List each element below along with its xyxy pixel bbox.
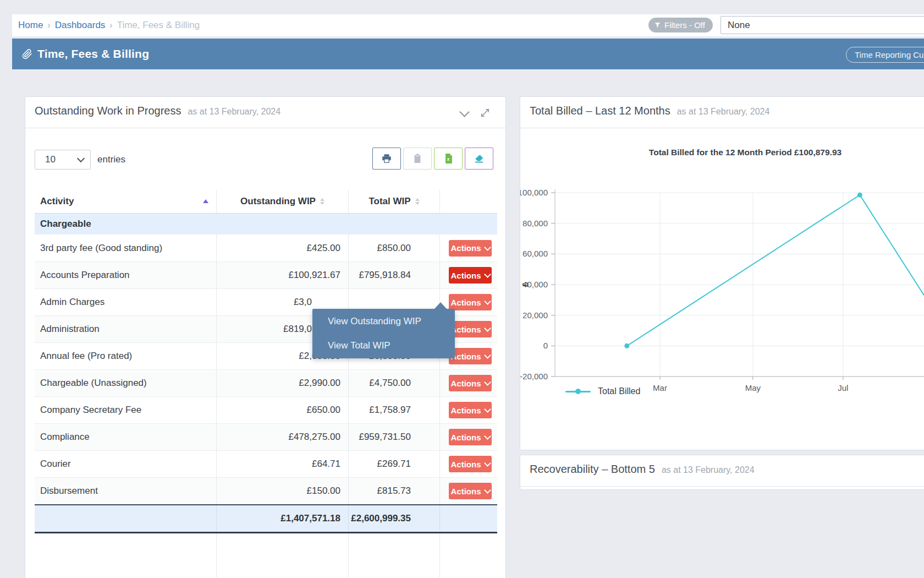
filter-funnel-icon (654, 21, 661, 29)
activity-cell: Administration (35, 316, 216, 342)
wip-table: Activity Outstanding WIP Total WIP Charg… (35, 189, 497, 577)
outstanding-wip-cell: £478,275.00 (216, 424, 348, 450)
chevron-down-icon (484, 325, 491, 332)
column-header-activity[interactable]: Activity (35, 189, 216, 213)
outstanding-wip-cell: £2,990.00 (216, 370, 348, 396)
chart-legend[interactable]: Total Billed (565, 386, 640, 396)
activity-cell: Compliance (35, 424, 216, 450)
actions-dropdown-menu: View Outstanding WIP View Total WIP (312, 309, 455, 358)
svg-text:May: May (745, 383, 761, 392)
activity-cell: Annual fee (Pro rated) (35, 343, 216, 369)
actions-button[interactable]: Actions (449, 375, 492, 391)
column-header-total-wip[interactable]: Total WIP (348, 189, 439, 213)
total-wip-cell: £795,918.84 (348, 262, 439, 288)
actions-button-label: Actions (450, 271, 481, 280)
chevron-down-icon (484, 487, 491, 494)
actions-button[interactable]: Actions (449, 429, 492, 445)
wip-panel-title: Outstanding Work in Progress (35, 105, 181, 117)
time-reporting-button[interactable]: Time Reporting Cu (846, 47, 924, 63)
actions-cell: Actions (439, 451, 497, 477)
actions-button[interactable]: Actions (449, 321, 492, 337)
sort-icon (320, 198, 324, 205)
billed-panel-title: Total Billed – Last 12 Months (530, 105, 670, 117)
dropdown-caret (434, 302, 447, 309)
filter-select-input[interactable] (721, 16, 924, 34)
page-title: Time, Fees & Billing (37, 47, 149, 61)
billed-panel-header: Total Billed – Last 12 Monthsas at 13 Fe… (520, 97, 924, 128)
page-header-bar: Time, Fees & Billing Time Reporting Cu (12, 39, 924, 69)
menu-item-view-outstanding-wip[interactable]: View Outstanding WIP (312, 309, 455, 334)
chevron-down-icon (484, 433, 491, 440)
breadcrumb: Home › Dashboards › Time, Fees & Billing (18, 14, 200, 36)
total-wip-cell: £850.00 (348, 235, 439, 261)
legend-dot (575, 389, 581, 394)
svg-text:-20,000: -20,000 (520, 372, 548, 381)
total-wip-cell: £1,758.97 (348, 397, 439, 423)
actions-cell: Actions (439, 235, 497, 261)
sort-ascending-icon (203, 199, 208, 203)
recoverability-panel: Recoverability – Bottom 5as at 13 Februa… (520, 455, 924, 490)
totals-total-wip: £2,600,999.35 (348, 505, 439, 532)
actions-button-label: Actions (450, 298, 481, 307)
actions-button[interactable]: Actions (449, 294, 492, 310)
svg-text:£: £ (520, 282, 530, 287)
breadcrumb-separator: › (47, 20, 50, 30)
column-header-outstanding-wip[interactable]: Outstanding WIP (216, 189, 348, 213)
breadcrumb-home[interactable]: Home (18, 20, 43, 31)
total-billed-line-chart: 100,00080,00060,00040,00020,0000-20,000M… (520, 152, 924, 400)
breadcrumb-separator: › (109, 20, 112, 30)
total-billed-panel: Total Billed – Last 12 Monthsas at 13 Fe… (520, 96, 924, 450)
table-row: Compliance £478,275.00 £959,731.50 Actio… (35, 423, 497, 450)
recoverability-panel-title: Recoverability – Bottom 5 (530, 463, 655, 475)
actions-button[interactable]: Actions (449, 348, 492, 364)
table-row: Courier £64.71 £269.71 Actions (35, 450, 497, 477)
actions-button[interactable]: Actions (449, 456, 492, 472)
export-toolbar: x (372, 148, 493, 170)
export-excel-button[interactable]: x (434, 148, 463, 170)
svg-text:20,000: 20,000 (522, 310, 548, 320)
clipboard-icon (413, 153, 422, 164)
wip-panel-header: Outstanding Work in Progressas at 13 Feb… (25, 97, 505, 128)
actions-button[interactable]: Actions (449, 402, 492, 418)
outstanding-wip-cell: £650.00 (216, 397, 348, 423)
legend-line-swatch (565, 391, 591, 392)
filters-toggle[interactable]: Filters - Off (648, 18, 713, 32)
outstanding-wip-cell: £100,921.67 (216, 262, 348, 288)
chevron-down-icon (484, 352, 491, 359)
table-row: Company Secretary Fee £650.00 £1,758.97 … (35, 396, 497, 423)
svg-text:Mar: Mar (653, 383, 667, 392)
svg-text:x: x (447, 157, 449, 162)
column-header-actions (439, 189, 497, 213)
table-row: 3rd party fee (Good standing) £425.00 £8… (35, 235, 497, 261)
activity-cell: Company Secretary Fee (35, 397, 216, 423)
entries-label: entries (97, 154, 125, 165)
actions-button[interactable]: Actions (449, 240, 492, 257)
clear-button[interactable] (465, 148, 493, 170)
actions-cell: Actions (439, 370, 497, 396)
chevron-down-icon (484, 298, 491, 305)
actions-button[interactable]: Actions (449, 483, 492, 499)
actions-button-label: Actions (450, 325, 481, 334)
expand-icon[interactable] (480, 108, 490, 118)
sort-icon (415, 198, 420, 205)
actions-button-label: Actions (450, 352, 481, 361)
table-row: Disbursement £150.00 £815.73 Actions (35, 477, 497, 504)
actions-cell: Actions (439, 424, 497, 450)
actions-button-label: Actions (450, 433, 481, 442)
chevron-down-icon (77, 155, 85, 162)
breadcrumb-dashboards[interactable]: Dashboards (55, 20, 106, 31)
recoverability-panel-date: as at 13 February, 2024 (662, 465, 755, 475)
outstanding-wip-cell: £150.00 (216, 478, 348, 504)
entries-count-select[interactable]: 10 (35, 150, 91, 170)
collapse-chevron-icon[interactable] (459, 107, 469, 117)
chevron-down-icon (484, 271, 491, 278)
menu-item-view-total-wip[interactable]: View Total WIP (312, 334, 455, 358)
actions-button[interactable]: Actions (449, 267, 492, 283)
copy-button[interactable] (403, 148, 432, 170)
print-button[interactable] (372, 148, 401, 170)
total-wip-cell: £269.71 (348, 451, 439, 477)
svg-text:0: 0 (543, 341, 548, 350)
eraser-icon (474, 154, 485, 163)
outstanding-wip-cell: £425.00 (216, 235, 348, 261)
legend-label: Total Billed (598, 386, 640, 396)
